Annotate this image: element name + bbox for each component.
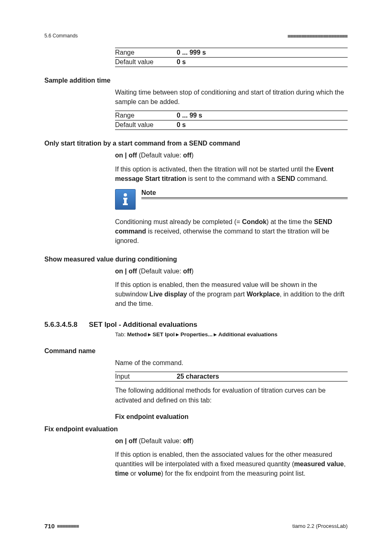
breadcrumb-item: Method bbox=[127, 331, 147, 338]
label-sample-addition-time: Sample addition time bbox=[44, 77, 348, 84]
kv-key: Range bbox=[115, 49, 177, 56]
content-column: Range 0 ... 999 s Default value 0 s bbox=[115, 48, 348, 67]
chevron-right-icon: ▶ bbox=[175, 332, 180, 337]
input-table: Input 25 characters bbox=[115, 372, 348, 382]
page-footer: 710 ■■■■■■■■ tiamo 2.2 (ProcessLab) bbox=[44, 523, 348, 530]
fix-endpoint-desc: If this option is enabled, then the asso… bbox=[115, 450, 348, 479]
kv-key: Input bbox=[115, 373, 177, 380]
kv-value: 0 s bbox=[177, 121, 186, 129]
onoff-line-1: on | off (Default value: off) bbox=[115, 150, 348, 160]
section-title: SET Ipol - Additional evaluations bbox=[89, 321, 197, 329]
page-number: 710 bbox=[44, 523, 55, 530]
svg-rect-3 bbox=[123, 204, 128, 205]
note-rule bbox=[141, 197, 348, 199]
note-box: Note Conditioning must already be comple… bbox=[115, 189, 348, 246]
header-section: 5.6 Commands bbox=[44, 33, 78, 39]
kv-value: 25 characters bbox=[177, 373, 219, 380]
onoff-options: on | off bbox=[115, 152, 137, 159]
onoff-line-3: on | off (Default value: off) bbox=[115, 436, 348, 446]
breadcrumb-item: Properties... bbox=[180, 331, 212, 338]
table-row: Range 0 ... 999 s bbox=[115, 48, 348, 57]
label-fix-endpoint: Fix endpoint evaluation bbox=[44, 426, 348, 433]
table-row: Default value 0 s bbox=[115, 57, 348, 67]
footer-product: tiamo 2.2 (ProcessLab) bbox=[293, 523, 348, 529]
kv-value: 0 ... 99 s bbox=[177, 112, 202, 119]
breadcrumb-label: Tab: bbox=[115, 331, 127, 338]
breadcrumb: Tab: Method▶SET Ipol▶Properties...▶Addit… bbox=[115, 331, 348, 338]
page: 5.6 Commands ■■■■■■■■■■■■■■■■■■■■■■ Rang… bbox=[0, 0, 392, 555]
subheading-fix-endpoint: Fix endpoint evaluation bbox=[115, 413, 348, 421]
only-start-desc: If this option is activated, then the ti… bbox=[115, 164, 348, 183]
show-measured-desc: If this option is enabled, then the meas… bbox=[115, 280, 348, 309]
chevron-right-icon: ▶ bbox=[147, 332, 152, 337]
sample-addition-desc: Waiting time between stop of conditionin… bbox=[115, 88, 348, 106]
breadcrumb-item: Additional evaluations bbox=[218, 331, 277, 338]
table-row: Default value 0 s bbox=[115, 120, 348, 130]
svg-rect-2 bbox=[124, 198, 127, 204]
section-heading: 5.6.3.4.5.8 SET Ipol - Additional evalua… bbox=[44, 321, 348, 329]
kv-key: Default value bbox=[115, 121, 177, 129]
label-only-start: Only start titration by a start command … bbox=[44, 140, 348, 147]
command-name-desc: Name of the command. bbox=[115, 358, 348, 368]
table-row: Range 0 ... 99 s bbox=[115, 111, 348, 120]
header-ornament: ■■■■■■■■■■■■■■■■■■■■■■ bbox=[288, 33, 348, 39]
footer-ornament: ■■■■■■■■ bbox=[57, 523, 79, 529]
label-command-name: Command name bbox=[44, 347, 348, 355]
onoff-line-2: on | off (Default value: off) bbox=[115, 266, 348, 276]
footer-left: 710 ■■■■■■■■ bbox=[44, 523, 79, 530]
kv-key: Range bbox=[115, 112, 177, 119]
svg-point-0 bbox=[124, 193, 127, 197]
kv-value: 0 s bbox=[177, 58, 186, 66]
label-show-measured: Show measured value during conditioning bbox=[44, 256, 348, 263]
pause-table: Range 0 ... 999 s Default value 0 s bbox=[115, 48, 348, 67]
after-input-desc: The following additional methods for eva… bbox=[115, 386, 348, 405]
kv-key: Default value bbox=[115, 58, 177, 66]
info-icon bbox=[115, 189, 136, 210]
note-body: Conditioning must already be completed (… bbox=[115, 217, 348, 246]
section-number: 5.6.3.4.5.8 bbox=[44, 321, 77, 329]
note-title: Note bbox=[141, 189, 348, 197]
page-header: 5.6 Commands ■■■■■■■■■■■■■■■■■■■■■■ bbox=[44, 33, 348, 39]
breadcrumb-item: SET Ipol bbox=[152, 331, 175, 338]
chevron-right-icon: ▶ bbox=[212, 332, 218, 337]
sample-table: Range 0 ... 99 s Default value 0 s bbox=[115, 111, 348, 130]
kv-value: 0 ... 999 s bbox=[177, 49, 206, 56]
